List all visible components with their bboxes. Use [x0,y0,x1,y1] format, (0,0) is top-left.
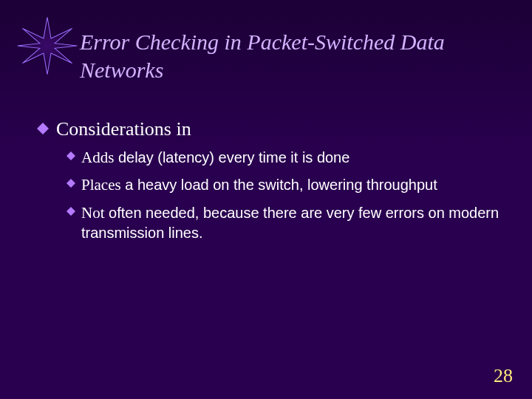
bullet-level1-text: Considerations in [56,118,191,140]
bullet-level2: Adds delay (latency) every time it is do… [66,148,502,168]
svg-marker-2 [66,151,75,160]
bullet-level2-text: Adds delay (latency) every time it is do… [81,148,349,168]
svg-marker-3 [66,179,75,188]
diamond-bullet-icon [66,207,75,216]
svg-marker-4 [66,207,75,216]
page-number: 28 [494,365,513,387]
slide-title: Error Checking in Packet-Switched Data N… [80,28,502,83]
bullet-level1: Considerations in [37,118,502,140]
bullet-level2: Not often needed, because there are very… [66,203,502,242]
svg-marker-1 [37,123,49,134]
diamond-bullet-icon [37,123,49,134]
diamond-bullet-icon [66,179,75,188]
slide-body: Considerations in Adds delay (latency) e… [37,118,502,245]
starburst-icon [16,15,78,77]
bullet-level2: Places a heavy load on the switch, lower… [66,175,502,195]
diamond-bullet-icon [66,151,75,160]
sub-bullets: Adds delay (latency) every time it is do… [66,148,502,242]
bullet-level2-text: Not often needed, because there are very… [81,203,502,242]
svg-marker-0 [18,17,78,74]
bullet-level2-text: Places a heavy load on the switch, lower… [81,175,437,195]
slide: Error Checking in Packet-Switched Data N… [0,0,532,399]
